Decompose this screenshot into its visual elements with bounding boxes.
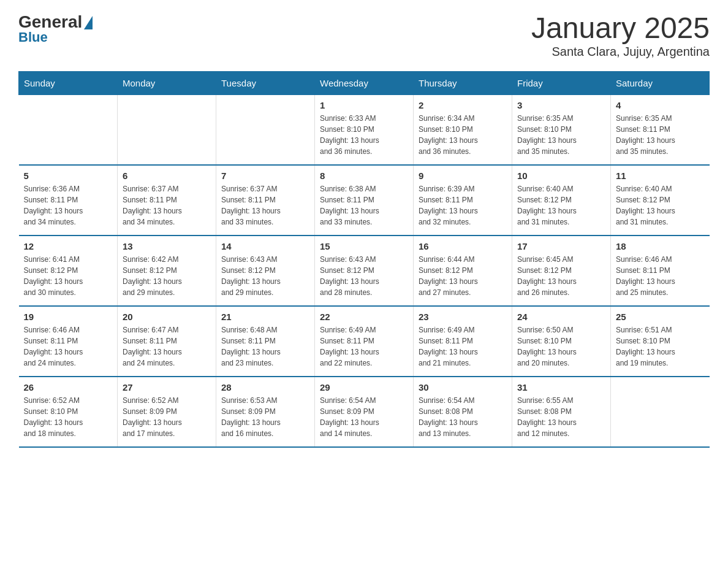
calendar-day-cell: 4Sunrise: 6:35 AM Sunset: 8:11 PM Daylig… [611,94,710,165]
day-number: 11 [616,170,705,181]
calendar-day-cell: 23Sunrise: 6:49 AM Sunset: 8:11 PM Dayli… [414,306,512,377]
day-number: 22 [320,312,408,322]
day-info: Sunrise: 6:42 AM Sunset: 8:12 PM Dayligh… [123,254,211,298]
day-info: Sunrise: 6:53 AM Sunset: 8:09 PM Dayligh… [221,395,309,439]
calendar-day-cell: 8Sunrise: 6:38 AM Sunset: 8:11 PM Daylig… [315,165,414,236]
day-info: Sunrise: 6:49 AM Sunset: 8:11 PM Dayligh… [320,324,408,369]
day-of-week-header: Saturday [611,71,710,94]
day-number: 2 [419,100,507,110]
day-info: Sunrise: 6:46 AM Sunset: 8:11 PM Dayligh… [616,254,705,298]
calendar-day-cell: 3Sunrise: 6:35 AM Sunset: 8:10 PM Daylig… [512,94,611,165]
day-of-week-header: Sunday [19,71,118,94]
calendar-day-cell: 22Sunrise: 6:49 AM Sunset: 8:11 PM Dayli… [315,306,414,377]
day-info: Sunrise: 6:34 AM Sunset: 8:10 PM Dayligh… [419,113,507,157]
day-info: Sunrise: 6:45 AM Sunset: 8:12 PM Dayligh… [517,254,605,298]
calendar-day-cell: 26Sunrise: 6:52 AM Sunset: 8:10 PM Dayli… [19,377,118,447]
logo-blue-text: Blue [18,31,48,44]
calendar-day-cell: 20Sunrise: 6:47 AM Sunset: 8:11 PM Dayli… [118,306,216,377]
calendar-day-cell: 6Sunrise: 6:37 AM Sunset: 8:11 PM Daylig… [118,165,216,236]
calendar-subtitle: Santa Clara, Jujuy, Argentina [531,45,710,59]
calendar-week-row: 19Sunrise: 6:46 AM Sunset: 8:11 PM Dayli… [19,306,710,377]
calendar-table: SundayMondayTuesdayWednesdayThursdayFrid… [18,71,710,448]
calendar-week-row: 12Sunrise: 6:41 AM Sunset: 8:12 PM Dayli… [19,236,710,306]
day-number: 1 [320,100,408,110]
day-of-week-header: Tuesday [216,71,315,94]
calendar-day-cell: 9Sunrise: 6:39 AM Sunset: 8:11 PM Daylig… [414,165,512,236]
day-number: 7 [221,170,309,181]
calendar-day-cell: 7Sunrise: 6:37 AM Sunset: 8:11 PM Daylig… [216,165,315,236]
calendar-day-cell: 13Sunrise: 6:42 AM Sunset: 8:12 PM Dayli… [118,236,216,306]
logo: General Blue [18,12,93,44]
day-info: Sunrise: 6:52 AM Sunset: 8:10 PM Dayligh… [24,395,113,439]
calendar-day-cell: 10Sunrise: 6:40 AM Sunset: 8:12 PM Dayli… [512,165,611,236]
calendar-day-cell: 25Sunrise: 6:51 AM Sunset: 8:10 PM Dayli… [611,306,710,377]
day-number: 23 [419,312,507,322]
calendar-day-cell: 5Sunrise: 6:36 AM Sunset: 8:11 PM Daylig… [19,165,118,236]
calendar-day-cell: 15Sunrise: 6:43 AM Sunset: 8:12 PM Dayli… [315,236,414,306]
day-number: 27 [123,382,211,393]
logo-triangle-icon [84,16,93,29]
calendar-day-cell: 12Sunrise: 6:41 AM Sunset: 8:12 PM Dayli… [19,236,118,306]
day-info: Sunrise: 6:52 AM Sunset: 8:09 PM Dayligh… [123,395,211,439]
calendar-day-cell [19,94,118,165]
day-info: Sunrise: 6:35 AM Sunset: 8:10 PM Dayligh… [517,113,605,157]
day-info: Sunrise: 6:36 AM Sunset: 8:11 PM Dayligh… [24,183,113,228]
day-number: 21 [221,312,309,322]
day-info: Sunrise: 6:43 AM Sunset: 8:12 PM Dayligh… [221,254,309,298]
calendar-day-cell: 11Sunrise: 6:40 AM Sunset: 8:12 PM Dayli… [611,165,710,236]
day-number: 18 [616,241,705,251]
calendar-day-cell: 17Sunrise: 6:45 AM Sunset: 8:12 PM Dayli… [512,236,611,306]
day-info: Sunrise: 6:50 AM Sunset: 8:10 PM Dayligh… [517,324,605,369]
day-of-week-header: Monday [118,71,216,94]
calendar-day-cell: 30Sunrise: 6:54 AM Sunset: 8:08 PM Dayli… [414,377,512,447]
day-info: Sunrise: 6:49 AM Sunset: 8:11 PM Dayligh… [419,324,507,369]
title-block: January 2025 Santa Clara, Jujuy, Argenti… [531,12,710,59]
day-info: Sunrise: 6:41 AM Sunset: 8:12 PM Dayligh… [24,254,113,298]
day-info: Sunrise: 6:48 AM Sunset: 8:11 PM Dayligh… [221,324,309,369]
day-of-week-header: Wednesday [315,71,414,94]
day-of-week-header: Friday [512,71,611,94]
day-info: Sunrise: 6:54 AM Sunset: 8:08 PM Dayligh… [419,395,507,439]
day-number: 4 [616,100,705,110]
day-info: Sunrise: 6:37 AM Sunset: 8:11 PM Dayligh… [221,183,309,228]
day-info: Sunrise: 6:37 AM Sunset: 8:11 PM Dayligh… [123,183,211,228]
calendar-week-row: 5Sunrise: 6:36 AM Sunset: 8:11 PM Daylig… [19,165,710,236]
day-info: Sunrise: 6:40 AM Sunset: 8:12 PM Dayligh… [517,183,605,228]
calendar-week-row: 26Sunrise: 6:52 AM Sunset: 8:10 PM Dayli… [19,377,710,447]
day-number: 17 [517,241,605,251]
day-info: Sunrise: 6:47 AM Sunset: 8:11 PM Dayligh… [123,324,211,369]
calendar-day-cell [611,377,710,447]
day-number: 13 [123,241,211,251]
day-info: Sunrise: 6:38 AM Sunset: 8:11 PM Dayligh… [320,183,408,228]
day-info: Sunrise: 6:51 AM Sunset: 8:10 PM Dayligh… [616,324,705,369]
calendar-day-cell: 1Sunrise: 6:33 AM Sunset: 8:10 PM Daylig… [315,94,414,165]
day-info: Sunrise: 6:44 AM Sunset: 8:12 PM Dayligh… [419,254,507,298]
day-number: 10 [517,170,605,181]
day-number: 3 [517,100,605,110]
day-info: Sunrise: 6:54 AM Sunset: 8:09 PM Dayligh… [320,395,408,439]
day-number: 9 [419,170,507,181]
day-number: 15 [320,241,408,251]
calendar-day-cell [216,94,315,165]
day-info: Sunrise: 6:33 AM Sunset: 8:10 PM Dayligh… [320,113,408,157]
day-info: Sunrise: 6:43 AM Sunset: 8:12 PM Dayligh… [320,254,408,298]
day-number: 31 [517,382,605,393]
day-number: 30 [419,382,507,393]
day-info: Sunrise: 6:40 AM Sunset: 8:12 PM Dayligh… [616,183,705,228]
calendar-day-cell: 18Sunrise: 6:46 AM Sunset: 8:11 PM Dayli… [611,236,710,306]
calendar-day-cell: 31Sunrise: 6:55 AM Sunset: 8:08 PM Dayli… [512,377,611,447]
day-number: 25 [616,312,705,322]
day-number: 29 [320,382,408,393]
day-number: 16 [419,241,507,251]
day-number: 19 [24,312,113,322]
calendar-header-row: SundayMondayTuesdayWednesdayThursdayFrid… [19,71,710,94]
day-number: 14 [221,241,309,251]
calendar-day-cell: 29Sunrise: 6:54 AM Sunset: 8:09 PM Dayli… [315,377,414,447]
day-info: Sunrise: 6:46 AM Sunset: 8:11 PM Dayligh… [24,324,113,369]
calendar-day-cell: 2Sunrise: 6:34 AM Sunset: 8:10 PM Daylig… [414,94,512,165]
day-info: Sunrise: 6:39 AM Sunset: 8:11 PM Dayligh… [419,183,507,228]
day-number: 6 [123,170,211,181]
day-number: 26 [24,382,113,393]
day-number: 5 [24,170,113,181]
page-header: General Blue January 2025 Santa Clara, J… [18,12,710,59]
